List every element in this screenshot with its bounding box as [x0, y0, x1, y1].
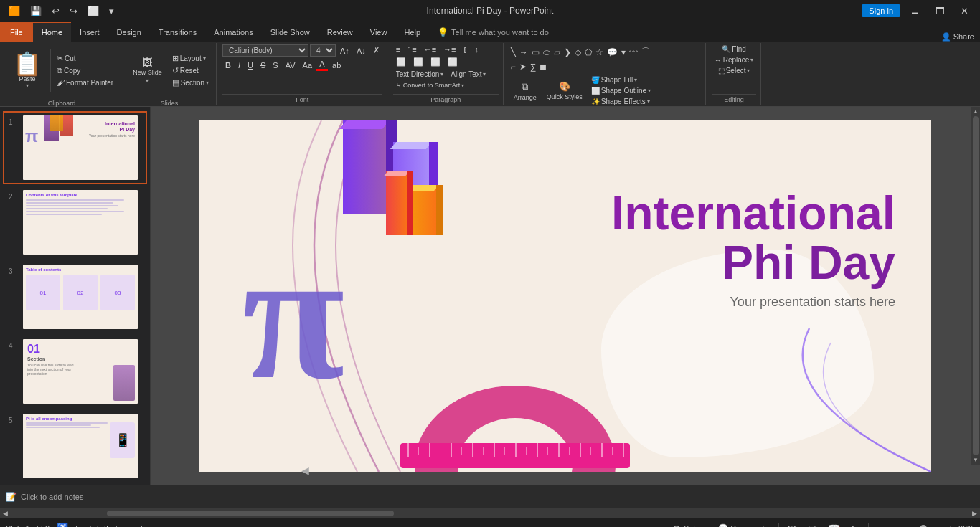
font-color-button[interactable]: A [316, 59, 327, 69]
shape-pentagon[interactable]: ⬠ [583, 46, 593, 59]
format-painter-button[interactable]: 🖌 Format Painter [54, 77, 116, 87]
reading-view-button[interactable]: 📖 [825, 521, 843, 528]
shape-effects-button[interactable]: ✨ Shape Effects ▾ [588, 97, 654, 106]
zoom-out-button[interactable]: − [875, 524, 879, 528]
slide-canvas[interactable]: π International Phi Day Your presentatio… [199, 120, 931, 472]
notes-button[interactable]: 🗒 Notes [669, 523, 708, 528]
scroll-left-btn[interactable]: ◀ [0, 508, 11, 518]
shadow-button[interactable]: S [270, 60, 281, 70]
tab-design[interactable]: Design [108, 22, 150, 42]
slide-sorter-button[interactable]: ⊟ [805, 521, 819, 528]
find-button[interactable]: 🔍 Find [719, 44, 748, 54]
bullets-button[interactable]: ≡ [393, 44, 403, 54]
tab-transitions[interactable]: Transitions [150, 22, 205, 42]
slideshow-button[interactable]: ▶ [849, 521, 862, 528]
shape-freeform[interactable]: 〰 [628, 46, 639, 59]
highlight-color-button[interactable]: ab [329, 60, 344, 70]
numbering-button[interactable]: 1≡ [405, 44, 420, 54]
copy-button[interactable]: ⧉ Copy [54, 65, 116, 76]
normal-view-button[interactable]: ⊞ [785, 521, 799, 528]
zoom-thumb[interactable] [920, 525, 927, 528]
paste-button[interactable]: 📋 Paste ▾ [7, 49, 47, 92]
slide-thumb-5[interactable]: 5 Pi is all encompassing 📱 [3, 409, 147, 483]
maximize-button[interactable]: 🗖 [930, 4, 951, 18]
line-spacing-button[interactable]: ↕ [472, 44, 482, 54]
bold-button[interactable]: B [222, 60, 234, 70]
language[interactable]: English (Indonesia) [75, 524, 143, 528]
shape-star[interactable]: ☆ [594, 46, 605, 59]
share-button[interactable]: 👤 Share [941, 32, 974, 42]
shape-block-arrow[interactable]: ➤ [518, 60, 528, 73]
sign-in-button[interactable]: Sign in [862, 4, 900, 17]
shapes-more[interactable]: ▾ [620, 46, 627, 59]
zoom-level[interactable]: 90% [958, 524, 974, 528]
slide-thumb-4[interactable]: 4 01 Section You can use this slide to l… [3, 335, 147, 408]
justify-button[interactable]: ⬜ [445, 57, 461, 67]
quick-styles-button[interactable]: 🎨 Quick Styles [542, 79, 587, 103]
change-case-button[interactable]: Aa [300, 60, 315, 70]
shape-curve[interactable]: ⌒ [640, 44, 651, 60]
underline-button[interactable]: U [245, 60, 256, 70]
tab-animations[interactable]: Animations [205, 22, 261, 42]
comments-button[interactable]: 💬 Comments [714, 522, 773, 527]
canvas-area[interactable]: ◀ [151, 107, 980, 485]
qat-dropdown[interactable]: ▾ [106, 4, 117, 18]
slide-thumb-6[interactable]: 6 Whoa! [3, 484, 147, 485]
align-text-button[interactable]: Align Text ▾ [448, 70, 489, 79]
new-slide-button[interactable]: 🖼 New Slide ▾ [127, 44, 168, 96]
save-icon[interactable]: 💾 [27, 4, 44, 18]
minimize-button[interactable]: 🗕 [905, 4, 925, 18]
tab-view[interactable]: View [362, 22, 396, 42]
shape-line[interactable]: ╲ [509, 46, 517, 59]
clear-format-button[interactable]: ✗ [370, 45, 382, 56]
vertical-scrollbar[interactable]: ▲ ▼ [971, 107, 980, 465]
font-color-container[interactable]: A [316, 59, 328, 71]
shape-oval[interactable]: ⬭ [542, 46, 552, 59]
tab-help[interactable]: Help [395, 22, 429, 42]
shape-connector[interactable]: ⌐ [509, 60, 517, 73]
layout-button[interactable]: ⊞ Layout ▾ [169, 53, 212, 64]
scroll-up-arrow[interactable]: ▲ [973, 108, 979, 115]
italic-button[interactable]: I [235, 60, 243, 70]
columns-button[interactable]: ⫿ [461, 44, 471, 54]
convert-smartart-button[interactable]: ⤷ Convert to SmartArt ▾ [393, 81, 468, 90]
scroll-right-btn[interactable]: ▶ [969, 508, 980, 518]
accessibility-icon[interactable]: ♿ [57, 523, 68, 527]
increase-indent-button[interactable]: →≡ [440, 44, 458, 54]
slide-thumb-1[interactable]: 1 π InternationalPi Day Your presentatio… [3, 111, 147, 184]
shape-flowchart[interactable]: ◼ [538, 60, 548, 73]
spacing-button[interactable]: AV [283, 60, 298, 70]
scroll-thumb[interactable] [973, 116, 979, 455]
tab-file[interactable]: File [0, 22, 33, 42]
shape-outline-button[interactable]: ⬜ Shape Outline ▾ [588, 86, 654, 95]
shape-fill-button[interactable]: 🪣 Shape Fill ▾ [588, 75, 654, 85]
notes-bar[interactable]: 📝 Click to add notes [0, 485, 980, 508]
increase-font-button[interactable]: A↑ [337, 46, 352, 56]
notes-placeholder[interactable]: Click to add notes [21, 493, 83, 501]
redo-icon[interactable]: ↪ [67, 4, 80, 18]
arrange-button[interactable]: ⧉ Arrange [509, 79, 541, 103]
decrease-indent-button[interactable]: ←≡ [421, 44, 439, 54]
zoom-in-button[interactable]: + [948, 524, 953, 528]
shape-equation[interactable]: ∑ [529, 60, 538, 73]
h-scrollbar-track[interactable] [11, 508, 969, 518]
scroll-down-arrow[interactable]: ▼ [973, 457, 979, 463]
strikethrough-button[interactable]: S [258, 60, 268, 70]
text-direction-button[interactable]: Text Direction ▾ [393, 70, 447, 79]
cut-button[interactable]: ✂ Cut [54, 53, 116, 64]
align-center-button[interactable]: ⬜ [410, 57, 426, 67]
font-size-select[interactable]: 40 [310, 44, 336, 57]
section-button[interactable]: ▤ Section ▾ [169, 77, 212, 88]
decrease-font-button[interactable]: A↓ [354, 46, 369, 56]
undo-icon[interactable]: ↩ [49, 4, 62, 18]
h-scrollbar-thumb[interactable] [107, 511, 395, 516]
reset-button[interactable]: ↺ Reset [169, 65, 212, 76]
scroll-left[interactable]: ◀ [301, 465, 309, 476]
slide-thumb-2[interactable]: 2 Contents of this template [3, 186, 147, 259]
tell-me[interactable]: 💡 Tell me what you want to do [429, 22, 557, 42]
shape-arrow[interactable]: → [518, 46, 529, 59]
shape-chevron-right[interactable]: ❯ [562, 46, 573, 59]
shape-diamond[interactable]: ◇ [573, 46, 583, 59]
tab-home[interactable]: Home [33, 22, 71, 42]
replace-button[interactable]: ↔ Replace ▾ [712, 55, 757, 65]
